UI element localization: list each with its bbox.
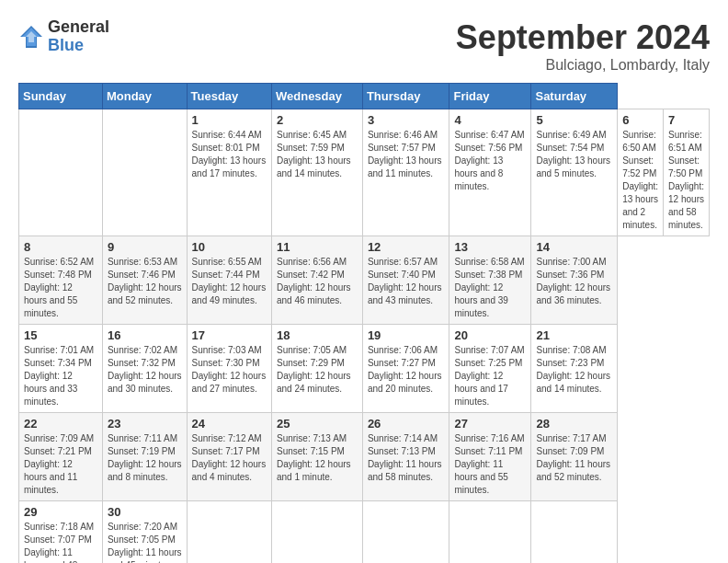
day-number: 11 bbox=[277, 240, 358, 254]
calendar-week-row: 15Sunrise: 7:01 AM Sunset: 7:34 PM Dayli… bbox=[19, 325, 710, 413]
calendar-cell bbox=[531, 501, 618, 564]
calendar-cell: 25Sunrise: 7:13 AM Sunset: 7:15 PM Dayli… bbox=[271, 413, 362, 501]
day-number: 5 bbox=[536, 113, 612, 127]
day-info: Sunrise: 6:56 AM Sunset: 7:42 PM Dayligh… bbox=[277, 256, 358, 307]
calendar-cell: 26Sunrise: 7:14 AM Sunset: 7:13 PM Dayli… bbox=[362, 413, 449, 501]
day-number: 3 bbox=[368, 113, 445, 127]
day-number: 24 bbox=[192, 417, 267, 431]
calendar-cell bbox=[362, 501, 449, 564]
calendar-table: SundayMondayTuesdayWednesdayThursdayFrid… bbox=[18, 83, 710, 563]
weekday-header-friday: Friday bbox=[449, 84, 531, 109]
day-number: 8 bbox=[24, 240, 97, 254]
calendar-cell: 8Sunrise: 6:52 AM Sunset: 7:48 PM Daylig… bbox=[19, 236, 103, 325]
calendar-week-row: 29Sunrise: 7:18 AM Sunset: 7:07 PM Dayli… bbox=[19, 501, 710, 564]
calendar-cell: 22Sunrise: 7:09 AM Sunset: 7:21 PM Dayli… bbox=[19, 413, 103, 501]
calendar-cell bbox=[19, 109, 103, 236]
calendar-cell: 30Sunrise: 7:20 AM Sunset: 7:05 PM Dayli… bbox=[102, 501, 187, 564]
day-info: Sunrise: 7:12 AM Sunset: 7:17 PM Dayligh… bbox=[192, 432, 267, 484]
day-info: Sunrise: 7:00 AM Sunset: 7:36 PM Dayligh… bbox=[536, 256, 612, 307]
weekday-header-wednesday: Wednesday bbox=[271, 84, 362, 109]
calendar-cell: 5Sunrise: 6:49 AM Sunset: 7:54 PM Daylig… bbox=[531, 109, 618, 236]
calendar-cell: 17Sunrise: 7:03 AM Sunset: 7:30 PM Dayli… bbox=[187, 325, 271, 413]
title-area: September 2024 Bulciago, Lombardy, Italy bbox=[456, 18, 710, 74]
weekday-header-saturday: Saturday bbox=[531, 84, 618, 109]
logo-icon bbox=[18, 24, 44, 50]
calendar-cell: 3Sunrise: 6:46 AM Sunset: 7:57 PM Daylig… bbox=[362, 109, 449, 236]
calendar-cell bbox=[449, 501, 531, 564]
day-info: Sunrise: 6:51 AM Sunset: 7:50 PM Dayligh… bbox=[668, 129, 704, 232]
calendar-cell: 28Sunrise: 7:17 AM Sunset: 7:09 PM Dayli… bbox=[531, 413, 618, 501]
day-info: Sunrise: 6:57 AM Sunset: 7:40 PM Dayligh… bbox=[368, 256, 445, 307]
logo-blue-text: Blue bbox=[48, 37, 109, 55]
day-info: Sunrise: 6:46 AM Sunset: 7:57 PM Dayligh… bbox=[368, 129, 445, 180]
day-info: Sunrise: 7:08 AM Sunset: 7:23 PM Dayligh… bbox=[536, 344, 612, 396]
day-info: Sunrise: 7:13 AM Sunset: 7:15 PM Dayligh… bbox=[277, 432, 358, 484]
day-number: 1 bbox=[192, 113, 267, 127]
calendar-cell: 12Sunrise: 6:57 AM Sunset: 7:40 PM Dayli… bbox=[362, 236, 449, 325]
calendar-cell bbox=[102, 109, 187, 236]
day-info: Sunrise: 7:17 AM Sunset: 7:09 PM Dayligh… bbox=[536, 432, 612, 484]
day-info: Sunrise: 7:01 AM Sunset: 7:34 PM Dayligh… bbox=[24, 344, 97, 408]
day-info: Sunrise: 7:16 AM Sunset: 7:11 PM Dayligh… bbox=[454, 432, 526, 497]
calendar-cell: 20Sunrise: 7:07 AM Sunset: 7:25 PM Dayli… bbox=[449, 325, 531, 413]
calendar-cell bbox=[271, 501, 362, 564]
day-number: 27 bbox=[454, 417, 526, 431]
day-info: Sunrise: 6:49 AM Sunset: 7:54 PM Dayligh… bbox=[536, 129, 612, 180]
calendar-cell: 13Sunrise: 6:58 AM Sunset: 7:38 PM Dayli… bbox=[449, 236, 531, 325]
calendar-cell: 14Sunrise: 7:00 AM Sunset: 7:36 PM Dayli… bbox=[531, 236, 618, 325]
calendar-week-row: 8Sunrise: 6:52 AM Sunset: 7:48 PM Daylig… bbox=[19, 236, 710, 325]
day-number: 19 bbox=[368, 328, 445, 342]
calendar-cell: 15Sunrise: 7:01 AM Sunset: 7:34 PM Dayli… bbox=[19, 325, 103, 413]
day-info: Sunrise: 6:50 AM Sunset: 7:52 PM Dayligh… bbox=[622, 129, 658, 232]
day-number: 22 bbox=[24, 417, 97, 431]
day-number: 9 bbox=[108, 240, 182, 254]
day-number: 28 bbox=[536, 417, 612, 431]
day-info: Sunrise: 6:55 AM Sunset: 7:44 PM Dayligh… bbox=[192, 256, 267, 307]
day-number: 20 bbox=[454, 328, 526, 342]
day-number: 25 bbox=[277, 417, 358, 431]
day-info: Sunrise: 7:07 AM Sunset: 7:25 PM Dayligh… bbox=[454, 344, 526, 408]
calendar-cell: 16Sunrise: 7:02 AM Sunset: 7:32 PM Dayli… bbox=[102, 325, 187, 413]
day-number: 10 bbox=[192, 240, 267, 254]
day-number: 17 bbox=[192, 328, 267, 342]
day-info: Sunrise: 6:44 AM Sunset: 8:01 PM Dayligh… bbox=[192, 129, 267, 180]
day-info: Sunrise: 6:45 AM Sunset: 7:59 PM Dayligh… bbox=[277, 129, 358, 180]
calendar-week-row: 1Sunrise: 6:44 AM Sunset: 8:01 PM Daylig… bbox=[19, 109, 710, 236]
location-title: Bulciago, Lombardy, Italy bbox=[456, 57, 710, 74]
day-info: Sunrise: 7:18 AM Sunset: 7:07 PM Dayligh… bbox=[24, 521, 97, 563]
calendar-cell: 6Sunrise: 6:50 AM Sunset: 7:52 PM Daylig… bbox=[618, 109, 664, 236]
day-info: Sunrise: 7:06 AM Sunset: 7:27 PM Dayligh… bbox=[368, 344, 445, 396]
day-info: Sunrise: 7:09 AM Sunset: 7:21 PM Dayligh… bbox=[24, 432, 97, 497]
calendar-cell: 24Sunrise: 7:12 AM Sunset: 7:17 PM Dayli… bbox=[187, 413, 271, 501]
day-number: 4 bbox=[454, 113, 526, 127]
logo-general-text: General bbox=[48, 18, 109, 37]
calendar-cell bbox=[187, 501, 271, 564]
day-info: Sunrise: 6:58 AM Sunset: 7:38 PM Dayligh… bbox=[454, 256, 526, 320]
weekday-header-sunday: Sunday bbox=[19, 84, 103, 109]
day-info: Sunrise: 6:52 AM Sunset: 7:48 PM Dayligh… bbox=[24, 256, 97, 320]
day-number: 13 bbox=[454, 240, 526, 254]
month-title: September 2024 bbox=[456, 18, 710, 57]
day-number: 15 bbox=[24, 328, 97, 342]
day-info: Sunrise: 6:47 AM Sunset: 7:56 PM Dayligh… bbox=[454, 129, 526, 193]
calendar-cell: 19Sunrise: 7:06 AM Sunset: 7:27 PM Dayli… bbox=[362, 325, 449, 413]
day-number: 30 bbox=[108, 505, 182, 519]
day-number: 7 bbox=[668, 113, 704, 127]
day-number: 16 bbox=[108, 328, 182, 342]
day-number: 18 bbox=[277, 328, 358, 342]
day-info: Sunrise: 7:11 AM Sunset: 7:19 PM Dayligh… bbox=[108, 432, 182, 484]
day-number: 14 bbox=[536, 240, 612, 254]
calendar-cell: 7Sunrise: 6:51 AM Sunset: 7:50 PM Daylig… bbox=[664, 109, 710, 236]
day-number: 26 bbox=[368, 417, 445, 431]
calendar-cell: 2Sunrise: 6:45 AM Sunset: 7:59 PM Daylig… bbox=[271, 109, 362, 236]
calendar-cell: 1Sunrise: 6:44 AM Sunset: 8:01 PM Daylig… bbox=[187, 109, 271, 236]
day-info: Sunrise: 7:03 AM Sunset: 7:30 PM Dayligh… bbox=[192, 344, 267, 396]
calendar-cell: 9Sunrise: 6:53 AM Sunset: 7:46 PM Daylig… bbox=[102, 236, 187, 325]
calendar-cell: 21Sunrise: 7:08 AM Sunset: 7:23 PM Dayli… bbox=[531, 325, 618, 413]
weekday-header-tuesday: Tuesday bbox=[187, 84, 271, 109]
logo: General Blue bbox=[18, 18, 109, 55]
day-info: Sunrise: 6:53 AM Sunset: 7:46 PM Dayligh… bbox=[108, 256, 182, 307]
calendar-cell: 27Sunrise: 7:16 AM Sunset: 7:11 PM Dayli… bbox=[449, 413, 531, 501]
weekday-header-thursday: Thursday bbox=[362, 84, 449, 109]
day-number: 21 bbox=[536, 328, 612, 342]
